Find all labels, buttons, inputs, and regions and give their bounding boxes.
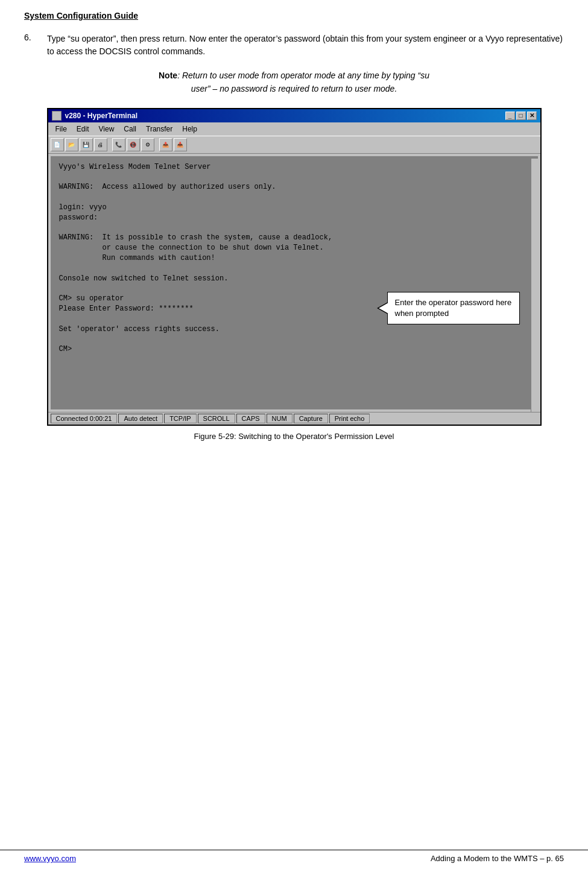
- step-text: Type “su operator”, then press return. N…: [47, 33, 564, 58]
- figure-caption-text: Figure 5-29: Switching to the Operator's…: [194, 432, 394, 441]
- figure-caption: Figure 5-29: Switching to the Operator's…: [24, 432, 564, 441]
- terminal-text: Vyyo's Wireless Modem Telnet Server WARN…: [59, 162, 530, 355]
- titlebar-icon: [52, 111, 62, 121]
- hyper-menubar: File Edit View Call Transfer Help: [48, 122, 540, 136]
- toolbar-disconnect[interactable]: 📵: [127, 138, 140, 151]
- status-scroll: SCROLL: [198, 414, 235, 423]
- toolbar-sep2: [156, 138, 158, 151]
- maximize-button[interactable]: □: [516, 112, 526, 120]
- page-header: System Configuration Guide: [0, 0, 588, 21]
- menu-call[interactable]: Call: [119, 124, 141, 134]
- terminal-area[interactable]: Vyyo's Wireless Modem Telnet Server WARN…: [51, 156, 538, 409]
- menu-transfer[interactable]: Transfer: [141, 124, 177, 134]
- titlebar-buttons[interactable]: _ □ ✕: [505, 112, 537, 120]
- hyper-statusbar: Connected 0:00:21 Auto detect TCP/IP SCR…: [48, 412, 540, 425]
- callout-text: Enter the operator password here when pr…: [395, 298, 512, 318]
- note-text: : Return to user mode from operator mode…: [177, 71, 429, 93]
- hyper-titlebar: v280 - HyperTerminal _ □ ✕: [48, 109, 540, 122]
- page-content: 6. Type “su operator”, then press return…: [0, 21, 588, 471]
- page-footer: www.vyyo.com Adding a Modem to the WMTS …: [0, 850, 588, 863]
- toolbar-save[interactable]: 💾: [80, 138, 93, 151]
- note-block: Note: Return to user mode from operator …: [150, 69, 439, 96]
- step-number: 6.: [24, 33, 41, 58]
- titlebar-title: v280 - HyperTerminal: [65, 112, 138, 120]
- status-num: NUM: [267, 414, 292, 423]
- toolbar-properties[interactable]: ⚙: [141, 138, 154, 151]
- terminal-scrollbar[interactable]: [531, 159, 540, 412]
- status-connected: Connected 0:00:21: [51, 414, 118, 423]
- toolbar-send[interactable]: 📤: [159, 138, 172, 151]
- status-protocol: TCP/IP: [164, 414, 196, 423]
- callout-arrow-inner: [379, 303, 388, 314]
- toolbar-connect[interactable]: 📞: [112, 138, 125, 151]
- footer-link[interactable]: www.vyyo.com: [24, 854, 76, 863]
- note-label: Note: [159, 71, 177, 80]
- close-button[interactable]: ✕: [527, 112, 537, 120]
- toolbar-open[interactable]: 📂: [65, 138, 78, 151]
- hyper-terminal-window: v280 - HyperTerminal _ □ ✕ File Edit Vie…: [47, 108, 542, 426]
- titlebar-left: v280 - HyperTerminal: [52, 111, 138, 121]
- toolbar-print[interactable]: 🖨: [94, 138, 107, 151]
- hyper-toolbar: 📄 📂 💾 🖨 📞 📵 ⚙ 📤 📥: [48, 136, 540, 154]
- toolbar-new[interactable]: 📄: [51, 138, 64, 151]
- header-title: System Configuration Guide: [24, 11, 138, 21]
- toolbar-receive[interactable]: 📥: [174, 138, 187, 151]
- terminal-scroll-area: Vyyo's Wireless Modem Telnet Server WARN…: [48, 156, 540, 409]
- menu-file[interactable]: File: [51, 124, 72, 134]
- menu-help[interactable]: Help: [177, 124, 202, 134]
- toolbar-sep1: [109, 138, 111, 151]
- menu-view[interactable]: View: [94, 124, 119, 134]
- status-capture: Capture: [294, 414, 328, 423]
- footer-right: Adding a Modem to the WMTS – p. 65: [431, 854, 564, 863]
- status-caps: CAPS: [236, 414, 265, 423]
- callout-box: Enter the operator password here when pr…: [387, 292, 520, 324]
- minimize-button[interactable]: _: [505, 112, 515, 120]
- status-print-echo: Print echo: [329, 414, 370, 423]
- status-auto-detect: Auto detect: [118, 414, 163, 423]
- menu-edit[interactable]: Edit: [72, 124, 94, 134]
- step-6-row: 6. Type “su operator”, then press return…: [24, 33, 564, 58]
